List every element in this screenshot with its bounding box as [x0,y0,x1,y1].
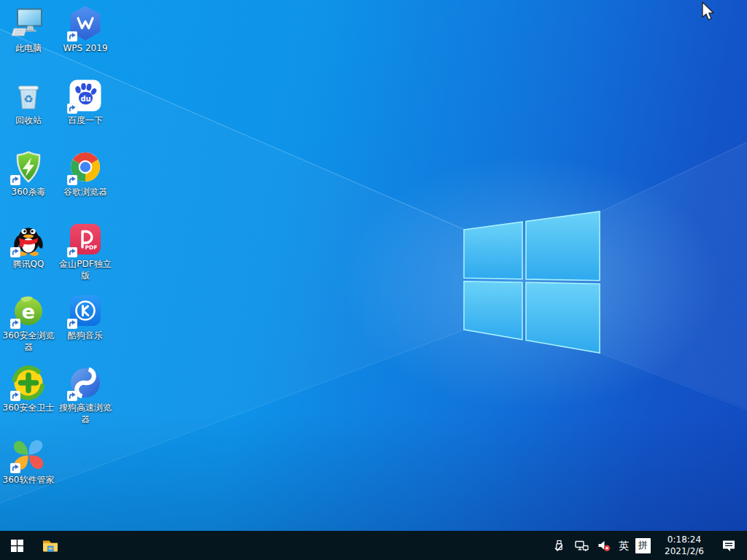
taskbar-clock[interactable]: 0:18:24 2021/2/6 [657,534,711,557]
desktop-icon-wps-2019[interactable]: WPS 2019 [57,6,114,55]
desktop-icon-kingsoft-pdf[interactable]: PDF 金山PDF独立版 [57,222,114,281]
four-petal-clover-icon [11,438,46,472]
desktop-icon-tencent-qq[interactable]: 腾讯QQ [0,222,57,271]
icon-label: 此电脑 [15,43,42,55]
icon-label: 百度一下 [68,115,103,127]
baidu-paw-icon: du [68,78,103,113]
svg-text:e: e [22,300,35,323]
desktop-icon-360-safeguard[interactable]: 360安全卫士 [0,365,57,414]
icon-label: 360安全卫士 [3,402,55,414]
ime-language-indicator[interactable]: 英 [619,531,629,560]
windows-start-icon [11,540,23,552]
desktop-icon-sogou-browser[interactable]: 搜狗高速浏览器 [57,365,114,425]
green-plus-circle-icon [11,365,46,400]
icon-label: 搜狗高速浏览器 [57,402,114,425]
desktop-icon-baidu[interactable]: du 百度一下 [57,78,114,127]
volume-muted-icon[interactable] [596,531,612,560]
start-button[interactable] [0,531,34,560]
shield-lightning-icon [11,149,46,184]
shortcut-arrow-icon [10,390,20,400]
this-pc-icon [11,6,46,41]
kugou-k-icon [68,293,103,328]
shortcut-arrow-icon [67,174,77,184]
desktop-icon-360-software-manager[interactable]: 360软件管家 [0,438,57,486]
wps-icon [68,6,103,41]
shortcut-arrow-icon [67,103,77,113]
desktop-icon-chrome[interactable]: 谷歌浏览器 [57,149,114,198]
svg-text:♻: ♻ [23,93,33,106]
shortcut-arrow-icon [10,462,20,472]
desktop-icon-360-browser[interactable]: e 360安全浏览器 [0,293,57,353]
icon-label: 360杀毒 [12,187,46,198]
green-e-browser-icon: e [11,293,46,328]
network-icon[interactable] [573,531,589,560]
usb-safely-remove-icon[interactable] [551,531,567,560]
icon-label: 谷歌浏览器 [63,187,107,198]
ime-mode-indicator[interactable]: 拼 [635,538,651,553]
svg-text:du: du [80,95,90,103]
icon-label: 金山PDF独立版 [57,259,114,281]
desktop-icon-360-antivirus[interactable]: 360杀毒 [0,149,57,198]
shortcut-arrow-icon [67,390,77,400]
desktop-icon-recycle-bin[interactable]: ♻ 回收站 [0,78,57,127]
icon-label: WPS 2019 [63,43,107,55]
icon-label: 腾讯QQ [13,259,44,271]
recycle-bin-icon: ♻ [11,78,46,113]
icon-label: 回收站 [15,115,42,127]
icon-label: 360软件管家 [3,475,55,486]
shortcut-arrow-icon [67,31,77,41]
chrome-icon [68,149,103,184]
desktop-wallpaper[interactable]: 此电脑 WPS 2019 ♻ [0,0,747,531]
sogou-s-icon [68,365,103,400]
clock-date: 2021/2/6 [661,545,708,557]
qq-penguin-icon [11,222,46,257]
shortcut-arrow-icon [10,318,20,328]
file-explorer-button[interactable] [34,531,67,560]
file-explorer-icon [42,537,59,554]
shortcut-arrow-icon [10,174,20,184]
action-center-button[interactable] [718,531,740,560]
shortcut-arrow-icon [10,246,20,257]
taskbar: 英 拼 0:18:24 2021/2/6 [0,531,747,560]
pdf-icon: PDF [68,222,103,257]
desktop-icon-kugou-music[interactable]: 酷狗音乐 [57,293,114,342]
clock-time: 0:18:24 [661,534,708,545]
shortcut-arrow-icon [67,246,77,257]
svg-text:PDF: PDF [85,244,98,251]
icon-label: 酷狗音乐 [68,330,103,342]
desktop-icon-this-pc[interactable]: 此电脑 [0,6,57,55]
icon-label: 360安全浏览器 [0,330,57,353]
shortcut-arrow-icon [67,318,77,328]
action-center-icon [721,539,736,553]
